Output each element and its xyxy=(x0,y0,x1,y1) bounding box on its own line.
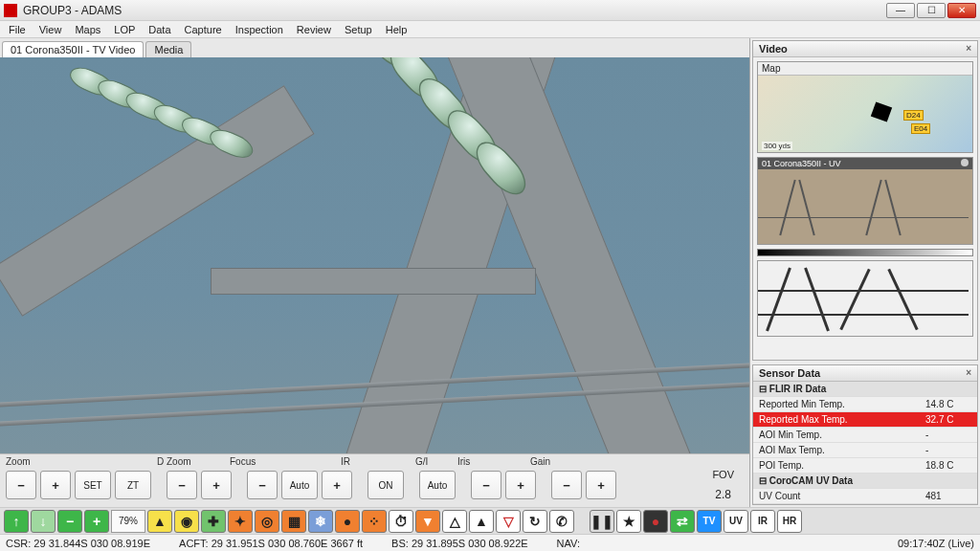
minus-icon[interactable]: − xyxy=(57,510,82,533)
menu-view[interactable]: View xyxy=(33,23,69,36)
label-ir: IR xyxy=(341,456,415,467)
grid-icon[interactable]: ▦ xyxy=(281,510,306,533)
video-panel-close-icon[interactable]: × xyxy=(966,43,971,55)
menubar: File View Maps LOP Data Capture Inspecti… xyxy=(0,21,980,38)
record-button[interactable]: ● xyxy=(643,510,668,533)
map-widget[interactable]: Map D24 E04 300 yds xyxy=(757,61,973,153)
mode-ir-button[interactable]: IR xyxy=(750,510,775,533)
iris-open-button[interactable]: + xyxy=(505,471,536,499)
tri-up-outline-icon[interactable]: △ xyxy=(442,510,467,533)
mode-uv-button[interactable]: UV xyxy=(724,510,748,533)
gain-down-button[interactable]: − xyxy=(551,471,582,499)
menu-maps[interactable]: Maps xyxy=(68,23,107,36)
thumbnail-uv[interactable]: 01 Corona350II - UV xyxy=(757,157,973,245)
compass-icon[interactable]: ▲ xyxy=(147,510,172,533)
row-uv-k: UV Count xyxy=(753,489,920,504)
row-rep-max-v: 32.7 C xyxy=(920,412,977,428)
video-tabs: 01 Corona350II - TV Video Media xyxy=(0,38,749,57)
focus-far-button[interactable]: + xyxy=(322,471,352,499)
mode-tv-button[interactable]: TV xyxy=(697,510,722,533)
status-csr: CSR: 29 31.844S 030 08.919E xyxy=(6,538,150,549)
label-fov: FOV xyxy=(712,469,734,480)
target-orange-icon[interactable]: ◎ xyxy=(255,510,279,533)
focus-auto-button[interactable]: Auto xyxy=(281,471,318,499)
map-label-e04: E04 xyxy=(911,123,930,134)
row-rep-max-k: Reported Max Temp. xyxy=(753,412,920,428)
snowflake-icon[interactable]: ❄ xyxy=(308,510,333,533)
quad-dot-icon[interactable]: ⁘ xyxy=(362,510,387,533)
ir-gradient-bar xyxy=(757,249,973,256)
zoom-out-button[interactable]: − xyxy=(6,471,36,499)
label-iris: Iris xyxy=(457,456,530,467)
tri-down-orange-icon[interactable]: ▼ xyxy=(415,510,440,533)
thumbnail-ir[interactable] xyxy=(757,260,973,337)
row-uv-v: 481 xyxy=(920,489,977,504)
map-canvas[interactable]: D24 E04 300 yds xyxy=(758,76,972,152)
row-aoi-max-v: - xyxy=(920,443,977,458)
sensor-panel-close-icon[interactable]: × xyxy=(966,367,971,379)
minimize-button[interactable]: — xyxy=(886,3,915,18)
plus-icon[interactable]: + xyxy=(84,510,109,533)
pause-icon[interactable]: ❚❚ xyxy=(590,510,614,533)
aircraft-marker-icon xyxy=(871,101,892,121)
thumb-uv-title: 01 Corona350II - UV xyxy=(762,159,841,168)
dzoom-out-button[interactable]: − xyxy=(167,471,197,499)
row-rep-min-v: 14.8 C xyxy=(920,397,977,412)
maximize-button[interactable]: ☐ xyxy=(917,3,946,18)
row-poi-k: POI Temp. xyxy=(753,458,920,474)
zoom-set-button[interactable]: SET xyxy=(75,471,111,499)
crosshair-green-icon[interactable]: ✚ xyxy=(201,510,226,533)
zoom-zt-button[interactable]: ZT xyxy=(115,471,151,499)
target-yellow-icon[interactable]: ◉ xyxy=(174,510,199,533)
menu-file[interactable]: File xyxy=(2,23,33,36)
tri-down-red-icon[interactable]: ▽ xyxy=(496,510,521,533)
rotate-icon[interactable]: ↻ xyxy=(523,510,547,533)
dzoom-in-button[interactable]: + xyxy=(201,471,232,499)
handset-icon[interactable]: ✆ xyxy=(549,510,574,533)
video-viewport[interactable] xyxy=(0,57,749,453)
arrow-up-icon[interactable]: ↑ xyxy=(4,510,29,533)
zoom-in-button[interactable]: + xyxy=(40,471,71,499)
menu-capture[interactable]: Capture xyxy=(178,23,229,36)
camera-control-strip: Zoom D Zoom Focus IR G/I Iris Gain − + S… xyxy=(0,453,749,507)
map-title: Map xyxy=(758,62,972,76)
arrow-down-icon[interactable]: ↓ xyxy=(31,510,56,533)
gi-auto-button[interactable]: Auto xyxy=(419,471,456,499)
label-gi: G/I xyxy=(415,456,457,467)
tab-media[interactable]: Media xyxy=(145,41,191,57)
record-dot-icon[interactable]: ● xyxy=(335,510,360,533)
label-focus: Focus xyxy=(230,456,341,467)
label-gain: Gain xyxy=(530,456,603,467)
menu-inspection[interactable]: Inspection xyxy=(229,23,290,36)
video-panel-title: Video xyxy=(759,43,788,55)
window-titlebar: GROUP3 - ADAMS — ☐ ✕ xyxy=(0,0,980,21)
menu-lop[interactable]: LOP xyxy=(107,23,142,36)
star-black-icon[interactable]: ★ xyxy=(616,510,641,533)
video-frame xyxy=(0,57,749,453)
mode-hr-button[interactable]: HR xyxy=(777,510,802,533)
row-poi-v: 18.8 C xyxy=(920,458,977,474)
menu-data[interactable]: Data xyxy=(142,23,177,36)
fov-value: 2.8 xyxy=(712,488,734,501)
label-dzoom: D Zoom xyxy=(157,456,230,467)
close-button[interactable]: ✕ xyxy=(947,3,976,18)
menu-review[interactable]: Review xyxy=(290,23,338,36)
ir-on-button[interactable]: ON xyxy=(368,471,404,499)
focus-near-button[interactable]: − xyxy=(247,471,278,499)
star-orange-icon[interactable]: ✦ xyxy=(228,510,253,533)
thumb-uv-image xyxy=(758,169,972,244)
row-aoi-max-k: AOI Max Temp. xyxy=(753,443,920,458)
row-rep-min-k: Reported Min Temp. xyxy=(753,397,920,412)
thumb-ir-image xyxy=(758,261,972,336)
swap-icon[interactable]: ⇄ xyxy=(670,510,695,533)
window-title: GROUP3 - ADAMS xyxy=(23,4,886,17)
stopwatch-icon[interactable]: ⏱ xyxy=(389,510,413,533)
menu-help[interactable]: Help xyxy=(379,23,414,36)
menu-setup[interactable]: Setup xyxy=(338,23,379,36)
status-bs: BS: 29 31.895S 030 08.922E xyxy=(391,538,528,549)
tab-tv-video[interactable]: 01 Corona350II - TV Video xyxy=(2,41,144,57)
iris-close-button[interactable]: − xyxy=(471,471,501,499)
gain-up-button[interactable]: + xyxy=(586,471,616,499)
thumb-status-icon xyxy=(961,159,969,166)
tri-up-purple-icon[interactable]: ▲ xyxy=(469,510,494,533)
